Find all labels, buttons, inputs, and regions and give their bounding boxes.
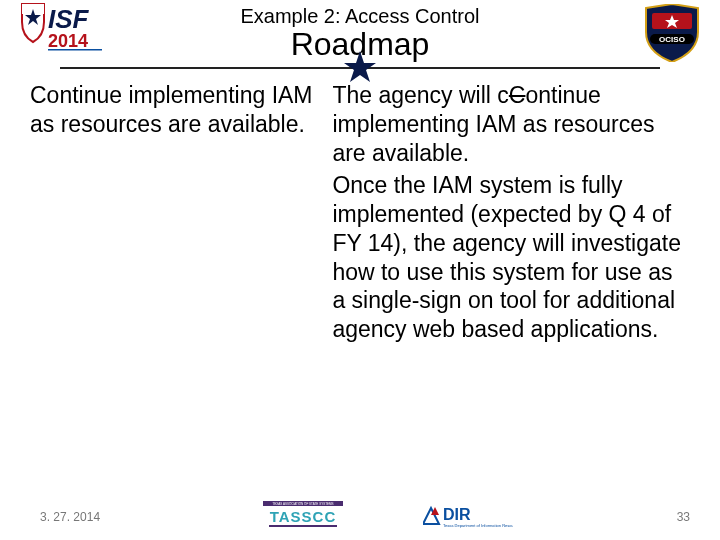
left-column-text: Continue implementing IAM as resources a… (30, 81, 320, 344)
svg-text:TEXAS ASSOCIATION OF STATE SYS: TEXAS ASSOCIATION OF STATE SYSTEMS (273, 502, 334, 506)
svg-text:TASSCC: TASSCC (270, 508, 337, 525)
dir-logo: DIR Texas Department of Information Reso… (423, 502, 513, 531)
svg-text:DIR: DIR (443, 506, 471, 523)
slide-subtitle: Example 2: Access Control (20, 5, 700, 28)
right-column-text: The agency will cContinue implementing I… (332, 81, 690, 344)
footer-page-number: 33 (677, 510, 690, 524)
svg-text:Texas Department of Informatio: Texas Department of Information Resource… (443, 523, 513, 528)
svg-marker-8 (344, 51, 376, 82)
tasscc-logo: TEXAS ASSOCIATION OF STATE SYSTEMS TASSC… (263, 501, 343, 532)
star-icon (342, 49, 378, 89)
footer-date: 3. 27. 2014 (40, 510, 100, 524)
svg-rect-12 (269, 525, 337, 527)
